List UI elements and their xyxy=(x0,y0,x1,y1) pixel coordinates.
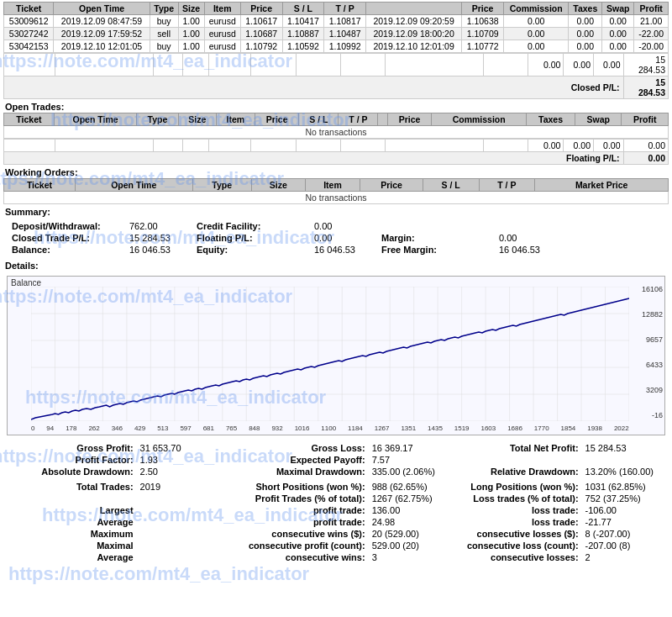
ot-col-open-time: Open Time xyxy=(54,113,136,126)
x-axis-label: 1351 xyxy=(401,425,416,432)
working-orders-no-tx: No transactions xyxy=(4,192,669,204)
ot-col-swap: Swap xyxy=(575,113,622,126)
short-positions-label: Short Positions (won %): xyxy=(220,481,369,493)
avg-loss-trade-label: loss trade: xyxy=(452,516,582,528)
closed-pl-row: Closed P/L: 15 284.53 xyxy=(4,76,669,99)
wo-col-tp: T / P xyxy=(479,179,535,192)
profit-trade-value: 136.00 xyxy=(369,504,452,516)
x-axis-label: 513 xyxy=(157,425,168,432)
ot-col-commission: Commission xyxy=(432,113,527,126)
floating-pl-value: 0.00 xyxy=(648,153,665,163)
loss-trade-value: -106.00 xyxy=(582,504,665,516)
deposit-label: Deposit/Withdrawal: xyxy=(7,220,124,232)
avg-profit-trade-value: 24.98 xyxy=(369,516,452,528)
col-type: Type xyxy=(150,3,178,15)
ot-col-price2: Price xyxy=(387,113,432,126)
gross-loss-label: Gross Loss: xyxy=(220,442,369,454)
free-margin-value: 16 046.53 xyxy=(494,244,561,256)
maximal-label: Maximal xyxy=(7,540,137,551)
floating-pl-label: Floating P/L: xyxy=(566,153,620,163)
stats-row-average2: Average consecutive wins: 3 consecutive … xyxy=(7,551,665,563)
consec-wins-value: 20 (529.00) xyxy=(369,528,452,540)
chart-x-axis: 0941782623464295135976817658489321016110… xyxy=(31,421,629,435)
chart-container: Balance 1610612882965764333209-16 xyxy=(7,276,665,435)
abs-drawdown-value: 2.50 xyxy=(137,466,220,477)
credit-value: 0.00 xyxy=(309,220,376,232)
consec-wins-label: consecutive wins ($): xyxy=(220,528,369,540)
avg-consec-losses-value: 2 xyxy=(582,551,665,563)
total-trades-value: 2019 xyxy=(137,481,220,493)
summary-row-2: Closed Trade P/L: 15 284.53 Floating P/L… xyxy=(7,232,665,244)
x-axis-label: 178 xyxy=(66,425,76,432)
summary-row-1: Deposit/Withdrawal: 762.00 Credit Facili… xyxy=(7,220,665,232)
consec-losses-value: 8 (-207.00) xyxy=(582,528,665,540)
wo-col-sl: S / L xyxy=(423,179,479,192)
y-axis-label: 12882 xyxy=(642,310,663,319)
total-net-profit-value: 15 284.53 xyxy=(582,442,665,454)
wo-col-item: Item xyxy=(305,179,360,192)
stats-row-maximal: Maximal consecutive profit (count): 529.… xyxy=(7,540,665,551)
x-axis-label: 1184 xyxy=(348,425,363,432)
x-axis-label: 1435 xyxy=(428,425,443,432)
closed-trade-pl-value: 15 284.53 xyxy=(124,232,192,244)
col-price-close: Price xyxy=(462,3,504,15)
closed-trade-row: 530421532019.12.10 12:01:05buy1.00eurusd… xyxy=(4,40,669,53)
long-positions-value: 1031 (62.85%) xyxy=(582,481,665,493)
avg-consec-wins-label: consecutive wins: xyxy=(220,551,369,563)
closed-trades-table: Ticket Open Time Type Size Item Price S … xyxy=(3,2,669,53)
chart-y-axis: 1610612882965764333209-16 xyxy=(631,277,663,419)
col-open-time: Open Time xyxy=(54,3,150,15)
loss-trades-value: 752 (37.25%) xyxy=(582,493,665,504)
long-positions-label: Long Positions (won %): xyxy=(452,481,582,493)
ot-col-ticket: Ticket xyxy=(4,113,55,126)
x-axis-label: 765 xyxy=(226,425,237,432)
average-label: Average xyxy=(7,516,137,528)
wo-col-market-price: Market Price xyxy=(535,179,669,192)
x-axis-label: 848 xyxy=(249,425,260,432)
summary-table: Deposit/Withdrawal: 762.00 Credit Facili… xyxy=(7,220,665,256)
y-axis-label: -16 xyxy=(652,411,663,419)
max-drawdown-value: 335.00 (2.06%) xyxy=(369,466,452,477)
ot-col-item: Item xyxy=(216,113,255,126)
x-axis-label: 2022 xyxy=(614,425,629,432)
stats-row-trades: Total Trades: 2019 Short Positions (won … xyxy=(7,481,665,493)
col-sl: S / L xyxy=(282,3,324,15)
details-section: Balance 1610612882965764333209-16 xyxy=(3,272,669,440)
gross-profit-label: Gross Profit: xyxy=(7,442,137,454)
consec-loss-label: consecutive loss (count): xyxy=(452,540,582,551)
average2-label: Average xyxy=(7,551,137,563)
stats-table: Gross Profit: 31 653.70 Gross Loss: 16 3… xyxy=(7,442,665,563)
rel-drawdown-label: Relative Drawdown: xyxy=(452,466,582,477)
x-axis-label: 1770 xyxy=(534,425,549,432)
abs-drawdown-label: Absolute Drawdown: xyxy=(7,466,137,477)
loss-trade-label: loss trade: xyxy=(452,504,582,516)
stats-row-gross: Gross Profit: 31 653.70 Gross Loss: 16 3… xyxy=(7,442,665,454)
maximum-label: Maximum xyxy=(7,528,137,540)
open-trades-title: Open Trades: xyxy=(3,99,669,113)
stats-row-average: Average profit trade: 24.98 loss trade: … xyxy=(7,516,665,528)
deposit-value: 762.00 xyxy=(124,220,192,232)
closed-trade-row: 530096122019.12.09 08:47:59buy1.00eurusd… xyxy=(4,15,669,28)
ot-col-blank xyxy=(378,113,387,126)
balance-value: 16 046.53 xyxy=(124,244,192,256)
ot-col-tp: T / P xyxy=(339,113,378,126)
closed-subtotal-row: 0.00 0.00 0.00 15 284.53 xyxy=(4,54,669,76)
avg-consec-losses-label: consecutive losses: xyxy=(452,551,582,563)
balance-label: Balance: xyxy=(7,244,124,256)
closed-pl-label: Closed P/L: xyxy=(571,82,620,92)
largest-label: Largest xyxy=(7,504,137,516)
stats-row-maximum: Maximum consecutive wins ($): 20 (529.00… xyxy=(7,528,665,540)
x-axis-label: 262 xyxy=(88,425,99,432)
wo-col-type: Type xyxy=(192,179,251,192)
consec-losses-label: consecutive losses ($): xyxy=(452,528,582,540)
open-trades-table: Ticket Open Time Type Size Item Price S … xyxy=(3,113,669,139)
ot-col-price: Price xyxy=(255,113,299,126)
col-tp: T / P xyxy=(324,3,366,15)
ot-col-type: Type xyxy=(137,113,178,126)
gross-profit-value: 31 653.70 xyxy=(137,442,220,454)
ot-col-size: Size xyxy=(178,113,216,126)
consec-profit-label: consecutive profit (count): xyxy=(220,540,369,551)
profit-trades-value: 1267 (62.75%) xyxy=(369,493,452,504)
consec-profit-value: 529.00 (20) xyxy=(369,540,452,551)
equity-value: 16 046.53 xyxy=(309,244,376,256)
